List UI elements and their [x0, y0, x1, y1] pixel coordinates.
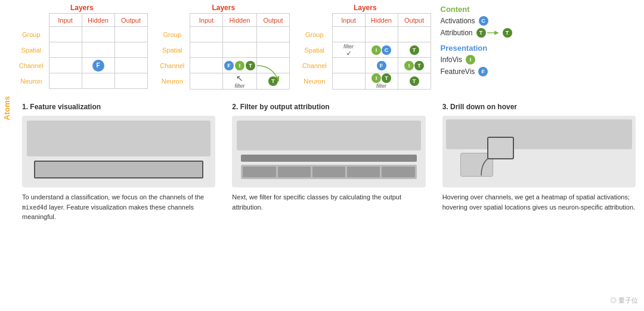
- layer-table-2: Input Hidden Output Group: [157, 13, 290, 90]
- row-neuron-3: Neuron: [299, 73, 332, 90]
- row-channel-2: Channel: [157, 58, 190, 73]
- bottom-title-2: 2. Filter by output attribution: [232, 103, 425, 111]
- atoms-label: Atoms: [0, 0, 14, 227]
- row-spatial-3: Spatial: [299, 42, 332, 58]
- arrow-svg-2: [224, 58, 257, 73]
- cell-1-neuron-hidden: [82, 73, 114, 89]
- attribution-arrow: T T: [476, 28, 512, 38]
- cell-3-neuron-input: [332, 73, 365, 90]
- node-I-3c: I: [371, 73, 381, 83]
- cell-3-spatial-output: T: [398, 42, 431, 58]
- cell-3-group-input: [332, 27, 365, 42]
- cell-1-neuron-output: [114, 73, 147, 89]
- filter-label-3a: filter: [343, 44, 354, 50]
- featurevis-row: FeatureVis F: [441, 67, 540, 76]
- node-T-3c: T: [382, 73, 391, 83]
- row-channel-3: Channel: [299, 58, 332, 73]
- activations-badge: C: [479, 16, 488, 26]
- activations-label: Activations: [441, 17, 475, 25]
- cell-2-spatial-input: [190, 42, 223, 58]
- node-T-3d: T: [410, 76, 419, 86]
- col-input-2: Input: [190, 14, 223, 27]
- cell-3-channel-input: [332, 58, 365, 73]
- cell-1-group-hidden: [82, 27, 114, 42]
- node-F-3: F: [377, 61, 386, 70]
- cell-1-group-output: [114, 27, 147, 42]
- infovis-label: InfoVis: [441, 56, 462, 64]
- node-T-3b: T: [414, 61, 424, 70]
- screenshot-1: [22, 116, 215, 187]
- cell-1-spatial-hidden: [82, 42, 114, 58]
- node-F-1: F: [92, 60, 104, 72]
- filter-label-3b: filter: [376, 83, 386, 89]
- cell-2-neuron-input: [190, 73, 223, 90]
- node-I-3a: I: [371, 45, 381, 55]
- attribution-label: Attribution: [441, 29, 473, 37]
- grid-2-title: Layers: [157, 4, 290, 12]
- row-group-3: Group: [299, 27, 332, 42]
- content-title: Content: [441, 5, 540, 14]
- cell-1-channel-output: [114, 58, 147, 73]
- filter-label-2: filter: [234, 83, 244, 89]
- bottom-item-3: 3. Drill down on hover: [434, 103, 644, 222]
- featurevis-label: FeatureVis: [441, 67, 475, 76]
- attribution-arrow-svg: [487, 29, 501, 36]
- row-spatial-2: Spatial: [157, 42, 190, 58]
- col-hidden-3: Hidden: [365, 14, 398, 27]
- bottom-section: 1. Feature visualization To understand a…: [14, 98, 644, 227]
- cell-3-channel-hidden: F: [365, 58, 398, 73]
- row-neuron-1: Neuron: [16, 73, 49, 89]
- attribution-badge-left: T: [476, 28, 486, 38]
- sidebar: Content Activations C Attribution T: [434, 0, 547, 93]
- cell-3-spatial-input: filter ↙: [332, 42, 365, 58]
- cell-1-spatial-input: [49, 42, 82, 58]
- infovis-badge: I: [466, 55, 475, 64]
- bottom-text-2: Next, we filter for specific classes by …: [232, 192, 425, 212]
- node-I-3b: I: [404, 61, 414, 70]
- bottom-title-3: 3. Drill down on hover: [442, 103, 636, 111]
- layer-table-3: Input Hidden Output Group: [299, 13, 431, 90]
- col-hidden-1: Hidden: [82, 14, 114, 27]
- screenshot-3: [442, 116, 636, 187]
- bottom-text-1: To understand a classification, we focus…: [22, 192, 215, 222]
- col-output-1: Output: [114, 14, 147, 27]
- cell-2-spatial-hidden: [223, 42, 257, 58]
- cell-2-group-hidden: [223, 27, 257, 42]
- bottom-text-3: Hovering over channels, we get a heatmap…: [442, 192, 636, 212]
- cell-1-spatial-output: [114, 42, 147, 58]
- cell-3-neuron-output: T: [398, 73, 431, 90]
- layer-table-1: Input Hidden Output Group: [16, 13, 148, 89]
- grid-1: Layers Input Hidden Output Group: [16, 4, 148, 90]
- cell-2-spatial-output: [257, 42, 290, 58]
- col-hidden-2: Hidden: [223, 14, 257, 27]
- row-spatial-1: Spatial: [16, 42, 49, 58]
- col-output-3: Output: [398, 14, 431, 27]
- row-group-1: Group: [16, 27, 49, 42]
- row-group-2: Group: [157, 27, 190, 42]
- attribution-badge-right: T: [503, 28, 512, 38]
- cell-1-channel-hidden: F: [82, 58, 114, 73]
- cell-2-group-input: [190, 27, 223, 42]
- cell-2-neuron-output: T: [257, 73, 290, 90]
- featurevis-badge: F: [478, 67, 488, 76]
- attribution-row: Attribution T T: [441, 28, 540, 38]
- row-neuron-2: Neuron: [157, 73, 190, 90]
- cell-3-group-output: [398, 27, 431, 42]
- col-input-1: Input: [49, 14, 82, 27]
- cell-2-channel-input: [190, 58, 223, 73]
- cell-3-spatial-hidden: I C: [365, 42, 398, 58]
- cell-2-group-output: [257, 27, 290, 42]
- grid-1-title: Layers: [16, 4, 148, 12]
- grid-2: Layers Input Hidden Output Group: [157, 4, 290, 90]
- row-channel-1: Channel: [16, 58, 49, 73]
- col-input-3: Input: [332, 14, 365, 27]
- bottom-item-1: 1. Feature visualization To understand a…: [14, 103, 224, 222]
- col-output-2: Output: [257, 14, 290, 27]
- bottom-item-2: 2. Filter by output attribution Next, we…: [224, 103, 434, 222]
- node-T-2b: T: [268, 76, 278, 86]
- infovis-row: InfoVis I: [441, 55, 540, 64]
- cell-3-group-hidden: [365, 27, 398, 42]
- cell-2-neuron-hidden: ↖ filter: [223, 73, 257, 90]
- cell-1-group-input: [49, 27, 82, 42]
- presentation-title: Presentation: [441, 44, 540, 53]
